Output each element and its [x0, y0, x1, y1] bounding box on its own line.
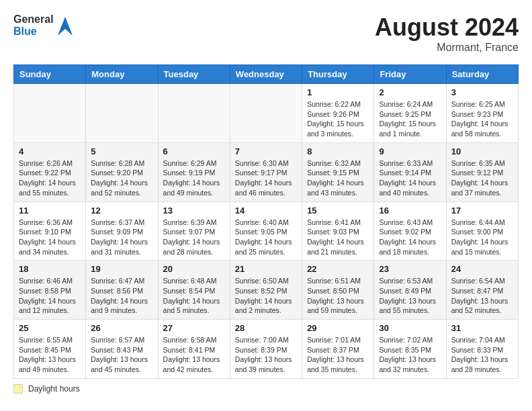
svg-marker-0 [58, 17, 73, 36]
logo-blue: Blue [13, 26, 54, 38]
day-number: 27 [163, 323, 225, 333]
day-number: 30 [379, 323, 441, 333]
day-info: Sunrise: 6:36 AM Sunset: 9:10 PM Dayligh… [19, 218, 81, 257]
day-info: Sunrise: 6:30 AM Sunset: 9:17 PM Dayligh… [235, 158, 297, 198]
day-number: 20 [163, 264, 225, 274]
day-info: Sunrise: 6:33 AM Sunset: 9:14 PM Dayligh… [379, 158, 441, 198]
calendar-day-cell: 24Sunrise: 6:54 AM Sunset: 8:47 PM Dayli… [446, 261, 518, 320]
day-number: 13 [163, 205, 225, 216]
day-info: Sunrise: 6:57 AM Sunset: 8:43 PM Dayligh… [91, 335, 152, 375]
calendar-week-row: 11Sunrise: 6:36 AM Sunset: 9:10 PM Dayli… [14, 201, 519, 261]
day-number: 22 [307, 264, 369, 274]
calendar-day-cell: 27Sunrise: 6:58 AM Sunset: 8:41 PM Dayli… [158, 320, 230, 379]
title-block: August 2024 Mormant, France [375, 13, 519, 54]
calendar-day-cell: 8Sunrise: 6:32 AM Sunset: 9:15 PM Daylig… [302, 142, 374, 201]
calendar-day-cell: 16Sunrise: 6:43 AM Sunset: 9:02 PM Dayli… [374, 201, 446, 261]
calendar-day-cell: 29Sunrise: 7:01 AM Sunset: 8:37 PM Dayli… [302, 320, 374, 379]
daylight-label: Daylight hours [28, 384, 80, 394]
day-number: 2 [379, 87, 441, 97]
calendar-day-cell [14, 84, 86, 143]
day-info: Sunrise: 6:25 AM Sunset: 9:23 PM Dayligh… [451, 99, 513, 139]
day-number: 26 [91, 323, 152, 333]
day-info: Sunrise: 6:35 AM Sunset: 9:12 PM Dayligh… [451, 158, 513, 198]
calendar-day-cell: 5Sunrise: 6:28 AM Sunset: 9:20 PM Daylig… [86, 142, 158, 201]
day-info: Sunrise: 6:28 AM Sunset: 9:20 PM Dayligh… [91, 158, 152, 198]
calendar-day-cell: 31Sunrise: 7:04 AM Sunset: 8:33 PM Dayli… [446, 320, 518, 379]
day-number: 17 [451, 205, 513, 216]
daylight-icon [13, 384, 23, 394]
calendar-day-cell [230, 84, 302, 143]
weekday-header: Tuesday [158, 65, 230, 84]
calendar-day-cell: 30Sunrise: 7:02 AM Sunset: 8:35 PM Dayli… [374, 320, 446, 379]
page-header: General Blue August 2024 Mormant, France [13, 13, 519, 54]
logo-text: General Blue [13, 13, 54, 38]
calendar-day-cell: 22Sunrise: 6:51 AM Sunset: 8:50 PM Dayli… [302, 261, 374, 320]
calendar-day-cell: 17Sunrise: 6:44 AM Sunset: 9:00 PM Dayli… [446, 201, 518, 261]
day-info: Sunrise: 6:55 AM Sunset: 8:45 PM Dayligh… [19, 335, 81, 375]
weekday-header: Monday [86, 65, 158, 84]
calendar-table: SundayMondayTuesdayWednesdayThursdayFrid… [13, 64, 519, 379]
day-number: 3 [451, 87, 513, 97]
day-number: 31 [451, 323, 513, 333]
calendar-day-cell: 3Sunrise: 6:25 AM Sunset: 9:23 PM Daylig… [446, 84, 518, 143]
day-info: Sunrise: 6:53 AM Sunset: 8:49 PM Dayligh… [379, 276, 441, 316]
day-number: 4 [19, 146, 81, 156]
day-number: 10 [451, 146, 513, 156]
weekday-header: Friday [374, 65, 446, 84]
day-info: Sunrise: 6:43 AM Sunset: 9:02 PM Dayligh… [379, 218, 441, 257]
day-info: Sunrise: 6:58 AM Sunset: 8:41 PM Dayligh… [163, 335, 225, 375]
day-number: 14 [235, 205, 297, 216]
calendar-day-cell: 11Sunrise: 6:36 AM Sunset: 9:10 PM Dayli… [14, 201, 86, 261]
day-number: 5 [91, 146, 152, 156]
calendar-day-cell: 9Sunrise: 6:33 AM Sunset: 9:14 PM Daylig… [374, 142, 446, 201]
calendar-day-cell: 25Sunrise: 6:55 AM Sunset: 8:45 PM Dayli… [14, 320, 86, 379]
day-info: Sunrise: 6:51 AM Sunset: 8:50 PM Dayligh… [307, 276, 369, 316]
calendar-day-cell: 7Sunrise: 6:30 AM Sunset: 9:17 PM Daylig… [230, 142, 302, 201]
footer: Daylight hours [13, 384, 519, 394]
calendar-day-cell: 12Sunrise: 6:37 AM Sunset: 9:09 PM Dayli… [86, 201, 158, 261]
day-info: Sunrise: 6:29 AM Sunset: 9:19 PM Dayligh… [163, 158, 225, 198]
weekday-header: Saturday [446, 65, 518, 84]
logo-general: General [13, 13, 54, 26]
day-number: 28 [235, 323, 297, 333]
day-info: Sunrise: 6:47 AM Sunset: 8:56 PM Dayligh… [91, 276, 152, 316]
day-number: 19 [91, 264, 152, 274]
day-info: Sunrise: 7:04 AM Sunset: 8:33 PM Dayligh… [451, 335, 513, 375]
day-number: 8 [307, 146, 369, 156]
day-info: Sunrise: 7:00 AM Sunset: 8:39 PM Dayligh… [235, 335, 297, 375]
day-number: 1 [307, 87, 369, 97]
day-info: Sunrise: 6:32 AM Sunset: 9:15 PM Dayligh… [307, 158, 369, 198]
calendar-day-cell [86, 84, 158, 143]
day-info: Sunrise: 6:40 AM Sunset: 9:05 PM Dayligh… [235, 218, 297, 257]
day-info: Sunrise: 6:46 AM Sunset: 8:58 PM Dayligh… [19, 276, 81, 316]
day-info: Sunrise: 6:22 AM Sunset: 9:26 PM Dayligh… [307, 99, 369, 139]
calendar-week-row: 1Sunrise: 6:22 AM Sunset: 9:26 PM Daylig… [14, 84, 519, 143]
calendar-week-row: 18Sunrise: 6:46 AM Sunset: 8:58 PM Dayli… [14, 261, 519, 320]
calendar-day-cell: 2Sunrise: 6:24 AM Sunset: 9:25 PM Daylig… [374, 84, 446, 143]
day-number: 7 [235, 146, 297, 156]
calendar-day-cell: 1Sunrise: 6:22 AM Sunset: 9:26 PM Daylig… [302, 84, 374, 143]
calendar-day-cell: 19Sunrise: 6:47 AM Sunset: 8:56 PM Dayli… [86, 261, 158, 320]
day-number: 21 [235, 264, 297, 274]
weekday-header: Sunday [14, 65, 86, 84]
calendar-day-cell: 4Sunrise: 6:26 AM Sunset: 9:22 PM Daylig… [14, 142, 86, 201]
day-info: Sunrise: 6:50 AM Sunset: 8:52 PM Dayligh… [235, 276, 297, 316]
page-location: Mormant, France [375, 42, 519, 54]
calendar-day-cell: 15Sunrise: 6:41 AM Sunset: 9:03 PM Dayli… [302, 201, 374, 261]
day-number: 15 [307, 205, 369, 216]
day-number: 11 [19, 205, 81, 216]
day-number: 29 [307, 323, 369, 333]
day-info: Sunrise: 6:39 AM Sunset: 9:07 PM Dayligh… [163, 218, 225, 257]
page-title: August 2024 [375, 13, 519, 42]
day-number: 12 [91, 205, 152, 216]
calendar-day-cell: 13Sunrise: 6:39 AM Sunset: 9:07 PM Dayli… [158, 201, 230, 261]
day-number: 16 [379, 205, 441, 216]
day-number: 24 [451, 264, 513, 274]
calendar-header-row: SundayMondayTuesdayWednesdayThursdayFrid… [14, 65, 519, 84]
weekday-header: Thursday [302, 65, 374, 84]
day-info: Sunrise: 6:54 AM Sunset: 8:47 PM Dayligh… [451, 276, 513, 316]
day-info: Sunrise: 7:02 AM Sunset: 8:35 PM Dayligh… [379, 335, 441, 375]
calendar-day-cell [158, 84, 230, 143]
day-info: Sunrise: 7:01 AM Sunset: 8:37 PM Dayligh… [307, 335, 369, 375]
day-number: 25 [19, 323, 81, 333]
